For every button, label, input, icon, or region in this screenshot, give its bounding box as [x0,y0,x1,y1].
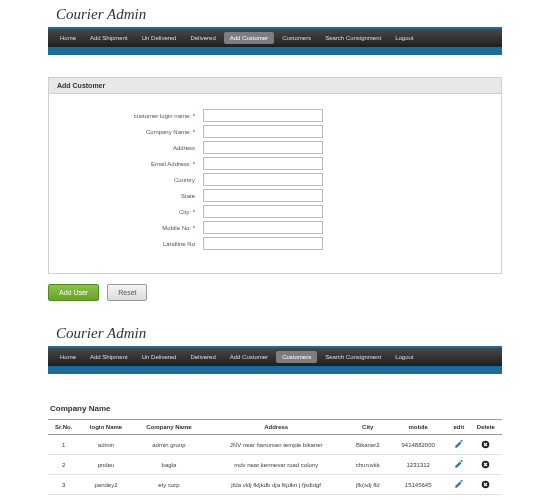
input-f7[interactable] [203,205,323,218]
cell: 4 [48,495,79,501]
cell: admin group [133,435,205,455]
cell: bagla [133,455,205,475]
label-f4: Email Address: * [69,161,199,167]
col-mobile: mobile [388,420,448,435]
table-row: 4himanshudfgmdv hlj fk(skh fdghdjskh hjk… [48,495,502,501]
label-f1: customer login name: * [69,113,199,119]
nav-search-consignment[interactable]: Search Consignment [319,351,387,363]
input-f9[interactable] [203,237,323,250]
cell: 15145645 [388,475,448,495]
edit-icon[interactable] [454,459,464,470]
nav-un-delivered[interactable]: Un Delivered [136,351,183,363]
cell: mdv near kennesar road colony [205,455,347,475]
app-title-2: Courier Admin [48,319,502,346]
nav-customers[interactable]: Customers [276,32,317,44]
input-f2[interactable] [203,125,323,138]
cell: admin [79,435,132,455]
cell: jfk(sdj fld [347,475,388,495]
col-sr-no-: Sr.No. [48,420,79,435]
nav-customers[interactable]: Customers [276,351,317,363]
label-f2: Company Name: * [69,129,199,135]
cell: pandey2 [79,475,132,495]
input-f3[interactable] [203,141,323,154]
nav-add-shipment[interactable]: Add Shipment [84,32,134,44]
delete-icon[interactable] [481,460,490,470]
input-f8[interactable] [203,221,323,234]
nav-search-consignment[interactable]: Search Consignment [319,32,387,44]
label-f5: Country [69,177,199,183]
cell: bkn [347,495,388,501]
nav-delivered[interactable]: Delivered [184,32,221,44]
table-row: 1adminadmin groupJNV near hanuman temple… [48,435,502,455]
edit-icon[interactable] [454,439,464,450]
cell: ety corp [133,475,205,495]
cell: 1231312 [388,455,448,475]
col-login-name: login Name [79,420,132,435]
nav-add-customer[interactable]: Add Customer [224,351,274,363]
table-row: 3pandey2ety corpjfda vldj fkljkdb dja fk… [48,475,502,495]
cell: 1 [48,435,79,455]
navbar-1: HomeAdd ShipmentUn DeliveredDeliveredAdd… [48,29,502,47]
cell: 9414882000 [388,435,448,455]
customers-table: Sr.No.login NameCompany NameAddressCitym… [48,419,502,500]
label-f9: Landline No [69,241,199,247]
col-delete: Delete [470,420,502,435]
cell: 93848 [388,495,448,501]
nav-delivered[interactable]: Delivered [184,351,221,363]
input-f5[interactable] [203,173,323,186]
header-band-2: HomeAdd ShipmentUn DeliveredDeliveredAdd… [48,346,502,374]
edit-icon[interactable] [454,479,464,490]
cell: dfg [133,495,205,501]
panel-title-add-customer: Add Customer [48,77,502,94]
col-company-name: Company Name [133,420,205,435]
delete-icon[interactable] [481,480,490,490]
col-city: City [347,420,388,435]
company-name-heading: Company Name [48,396,502,419]
input-f6[interactable] [203,189,323,202]
header-band-1: HomeAdd ShipmentUn DeliveredDeliveredAdd… [48,27,502,55]
nav-add-customer[interactable]: Add Customer [224,32,274,44]
label-f6: State [69,193,199,199]
cell: himanshu [79,495,132,501]
nav-logout[interactable]: Logout [389,351,419,363]
nav-un-delivered[interactable]: Un Delivered [136,32,183,44]
cell: pndeu [79,455,132,475]
col-address: Address [205,420,347,435]
table-row: 2pndeubaglamdv near kennesar road colony… [48,455,502,475]
nav-home[interactable]: Home [54,32,82,44]
add-customer-form: customer login name: *Company Name: *Add… [48,94,502,274]
nav-home[interactable]: Home [54,351,82,363]
reset-button[interactable]: Reset [107,284,147,301]
cell: Bikaner2 [347,435,388,455]
cell: churuvkk [347,455,388,475]
label-f8: Mobile No: * [69,225,199,231]
add-user-button[interactable]: Add User [48,284,99,301]
app-title-1: Courier Admin [48,0,502,27]
delete-icon[interactable] [481,440,490,450]
cell: 3 [48,475,79,495]
col-edit: edit [448,420,470,435]
cell: mdv hlj fk(skh fdghdjskh hjkjah [205,495,347,501]
nav-logout[interactable]: Logout [389,32,419,44]
cell: jfda vldj fkljkdb dja fkjdkn j fjsdldgf [205,475,347,495]
label-f3: Address [69,145,199,151]
navbar-2: HomeAdd ShipmentUn DeliveredDeliveredAdd… [48,348,502,366]
nav-add-shipment[interactable]: Add Shipment [84,351,134,363]
label-f7: City: * [69,209,199,215]
input-f1[interactable] [203,109,323,122]
input-f4[interactable] [203,157,323,170]
cell: 2 [48,455,79,475]
cell: JNV near hanuman temple bikaner [205,435,347,455]
